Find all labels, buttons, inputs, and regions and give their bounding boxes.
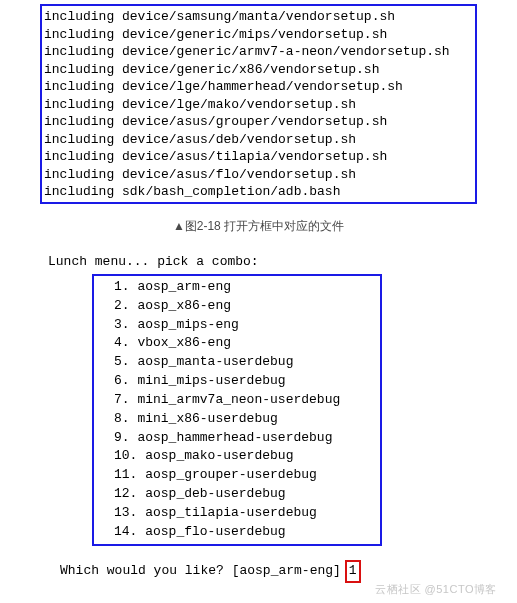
lunch-menu-box: 1. aosp_arm-eng 2. aosp_x86-eng 3. aosp_… <box>92 274 382 546</box>
menu-item: 3. aosp_mips-eng <box>114 316 380 335</box>
terminal-line: including device/asus/flo/vendorsetup.sh <box>44 166 475 184</box>
menu-item: 1. aosp_arm-eng <box>114 278 380 297</box>
lunch-input[interactable]: 1 <box>345 560 361 583</box>
terminal-line: including device/generic/x86/vendorsetup… <box>44 61 475 79</box>
menu-item: 4. vbox_x86-eng <box>114 334 380 353</box>
menu-item: 6. mini_mips-userdebug <box>114 372 380 391</box>
menu-item: 5. aosp_manta-userdebug <box>114 353 380 372</box>
menu-item: 14. aosp_flo-userdebug <box>114 523 380 542</box>
terminal-line: including device/generic/mips/vendorsetu… <box>44 26 475 44</box>
lunch-prompt-text: Which would you like? [aosp_arm-eng] <box>60 562 341 581</box>
menu-item: 12. aosp_deb-userdebug <box>114 485 380 504</box>
terminal-line: including device/asus/tilapia/vendorsetu… <box>44 148 475 166</box>
menu-item: 10. aosp_mako-userdebug <box>114 447 380 466</box>
watermark-text: 云栖社区 @51CTO博客 <box>375 582 497 597</box>
terminal-output-box: including device/samsung/manta/vendorset… <box>40 4 477 204</box>
terminal-line: including device/lge/mako/vendorsetup.sh <box>44 96 475 114</box>
menu-item: 11. aosp_grouper-userdebug <box>114 466 380 485</box>
terminal-line: including device/samsung/manta/vendorset… <box>44 8 475 26</box>
menu-item: 7. mini_armv7a_neon-userdebug <box>114 391 380 410</box>
menu-item: 8. mini_x86-userdebug <box>114 410 380 429</box>
terminal-line: including sdk/bash_completion/adb.bash <box>44 183 475 201</box>
lunch-menu-header: Lunch menu... pick a combo: <box>48 253 517 272</box>
terminal-line: including device/asus/grouper/vendorsetu… <box>44 113 475 131</box>
lunch-prompt-line: Which would you like? [aosp_arm-eng] 1 <box>60 560 517 583</box>
terminal-line: including device/lge/hammerhead/vendorse… <box>44 78 475 96</box>
terminal-line: including device/generic/armv7-a-neon/ve… <box>44 43 475 61</box>
terminal-line: including device/asus/deb/vendorsetup.sh <box>44 131 475 149</box>
figure-caption-1: ▲图2-18 打开方框中对应的文件 <box>0 218 517 235</box>
menu-item: 9. aosp_hammerhead-userdebug <box>114 429 380 448</box>
menu-item: 2. aosp_x86-eng <box>114 297 380 316</box>
menu-item: 13. aosp_tilapia-userdebug <box>114 504 380 523</box>
lunch-menu-block: Lunch menu... pick a combo: 1. aosp_arm-… <box>48 253 517 583</box>
